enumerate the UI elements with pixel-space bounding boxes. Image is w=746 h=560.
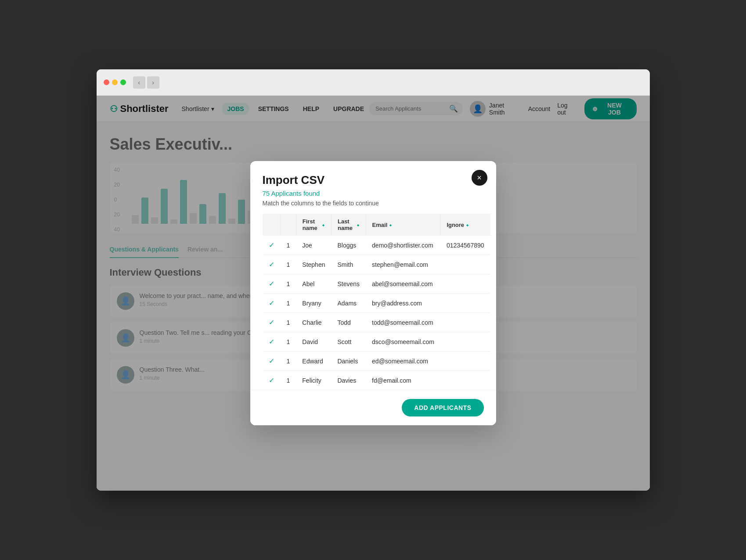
cell-last-name: Stevens	[331, 274, 366, 294]
cell-last-name: Bloggs	[331, 236, 366, 255]
check-mark-icon: ✓	[269, 319, 274, 326]
th-check	[263, 214, 281, 236]
check-mark-icon: ✓	[269, 261, 274, 268]
th-row-num	[281, 214, 296, 236]
cell-ignore	[440, 313, 490, 332]
import-csv-modal: Import CSV 75 Applicants found Match the…	[250, 161, 496, 425]
browser-chrome: ‹ ›	[97, 69, 650, 96]
cell-first-name: David	[296, 332, 331, 352]
cell-ignore	[440, 294, 490, 313]
table-header: First name ⬥ Last name ⬥	[263, 214, 490, 236]
cell-first-name: Bryany	[296, 294, 331, 313]
nav-forward-button[interactable]: ›	[147, 76, 159, 89]
cell-last-name: Todd	[331, 313, 366, 332]
check-mark-icon: ✓	[269, 357, 274, 365]
cell-first-name: Charlie	[296, 313, 331, 332]
cell-email: bry@address.com	[366, 294, 440, 313]
sort-icon: ⬥	[389, 222, 392, 227]
check-mark-icon: ✓	[269, 299, 274, 307]
row-check[interactable]: ✓	[263, 332, 281, 352]
table-row: ✓ 1 Abel Stevens abel@someemail.com	[263, 274, 490, 294]
modal-description: Match the columns to the fields to conti…	[263, 200, 484, 207]
table-row: ✓ 1 Charlie Todd todd@someemail.com	[263, 313, 490, 332]
cell-email: ed@someemail.com	[366, 352, 440, 371]
row-check[interactable]: ✓	[263, 236, 281, 255]
cell-ignore: 01234567890	[440, 236, 490, 255]
cell-first-name: Felicity	[296, 371, 331, 390]
row-check[interactable]: ✓	[263, 352, 281, 371]
cell-email: fd@email.com	[366, 371, 440, 390]
cell-last-name: Adams	[331, 294, 366, 313]
app-container: ⚇ Shortlister Shortlister ▾ JOBS SETTING…	[97, 96, 650, 491]
table-row: ✓ 1 Joe Bloggs demo@shortlister.com 0123…	[263, 236, 490, 255]
cell-first-name: Stephen	[296, 255, 331, 274]
row-check[interactable]: ✓	[263, 294, 281, 313]
cell-email: dsco@someemail.com	[366, 332, 440, 352]
modal-header: Import CSV 75 Applicants found Match the…	[250, 161, 496, 214]
row-number: 1	[281, 371, 296, 390]
table-row: ✓ 1 Bryany Adams bry@address.com	[263, 294, 490, 313]
cell-ignore	[440, 274, 490, 294]
add-applicants-button[interactable]: ADD APPLICANTS	[402, 399, 483, 416]
row-number: 1	[281, 274, 296, 294]
row-number: 1	[281, 313, 296, 332]
cell-first-name: Edward	[296, 352, 331, 371]
th-ignore[interactable]: Ignore ⬥	[440, 214, 490, 236]
browser-window: ‹ › ⚇ Shortlister Shortlister ▾ JOBS SET…	[97, 69, 650, 491]
row-check[interactable]: ✓	[263, 274, 281, 294]
cell-ignore	[440, 255, 490, 274]
table-row: ✓ 1 David Scott dsco@someemail.com	[263, 332, 490, 352]
dot-yellow[interactable]	[112, 79, 118, 85]
cell-email: stephen@email.com	[366, 255, 440, 274]
row-number: 1	[281, 352, 296, 371]
cell-email: todd@someemail.com	[366, 313, 440, 332]
row-number: 1	[281, 294, 296, 313]
table-row: ✓ 1 Stephen Smith stephen@email.com	[263, 255, 490, 274]
cell-ignore	[440, 332, 490, 352]
row-number: 1	[281, 236, 296, 255]
row-check[interactable]: ✓	[263, 371, 281, 390]
modal-footer: ADD APPLICANTS	[250, 390, 496, 425]
cell-first-name: Joe	[296, 236, 331, 255]
cell-email: demo@shortlister.com	[366, 236, 440, 255]
browser-dots	[104, 79, 126, 85]
th-last-name[interactable]: Last name ⬥	[331, 214, 366, 236]
modal-subtitle: 75 Applicants found	[263, 190, 484, 197]
row-check[interactable]: ✓	[263, 255, 281, 274]
modal-close-button[interactable]: ×	[472, 170, 487, 186]
check-mark-icon: ✓	[269, 377, 274, 384]
dot-green[interactable]	[120, 79, 126, 85]
cell-first-name: Abel	[296, 274, 331, 294]
table-row: ✓ 1 Edward Daniels ed@someemail.com	[263, 352, 490, 371]
cell-last-name: Scott	[331, 332, 366, 352]
th-email[interactable]: Email ⬥	[366, 214, 440, 236]
nav-back-button[interactable]: ‹	[133, 76, 145, 89]
table-body: ✓ 1 Joe Bloggs demo@shortlister.com 0123…	[263, 236, 490, 390]
cell-ignore	[440, 352, 490, 371]
cell-last-name: Daniels	[331, 352, 366, 371]
check-mark-icon: ✓	[269, 280, 274, 287]
csv-table: First name ⬥ Last name ⬥	[263, 214, 490, 390]
modal-overlay: Import CSV 75 Applicants found Match the…	[97, 96, 650, 491]
row-check[interactable]: ✓	[263, 313, 281, 332]
check-mark-icon: ✓	[269, 338, 274, 345]
nav-buttons: ‹ ›	[133, 76, 159, 89]
cell-email: abel@someemail.com	[366, 274, 440, 294]
cell-last-name: Smith	[331, 255, 366, 274]
check-mark-icon: ✓	[269, 241, 274, 249]
row-number: 1	[281, 255, 296, 274]
th-first-name[interactable]: First name ⬥	[296, 214, 331, 236]
cell-ignore	[440, 371, 490, 390]
sort-icon: ⬥	[357, 222, 360, 227]
table-wrapper: First name ⬥ Last name ⬥	[250, 214, 496, 390]
sort-icon: ⬥	[466, 222, 469, 227]
cell-last-name: Davies	[331, 371, 366, 390]
row-number: 1	[281, 332, 296, 352]
table-row: ✓ 1 Felicity Davies fd@email.com	[263, 371, 490, 390]
sort-icon: ⬥	[322, 222, 325, 227]
modal-title: Import CSV	[263, 173, 484, 187]
dot-red[interactable]	[104, 79, 109, 85]
